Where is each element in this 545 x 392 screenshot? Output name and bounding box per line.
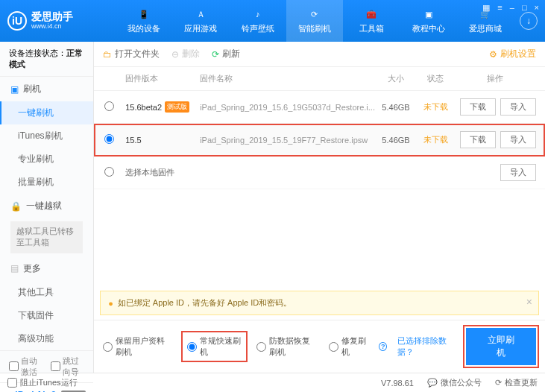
sidebar-item[interactable]: 高级功能 [0, 327, 93, 350]
nav-item-5[interactable]: ▣教程中心 [400, 0, 456, 42]
sidebar-head-jailbreak[interactable]: 🔒一键越狱 [0, 194, 93, 218]
nav-icon: 📱 [137, 7, 151, 21]
local-firmware-row[interactable]: 选择本地固件 导入 [94, 157, 545, 189]
table-header: 固件版本 固件名称 大小 状态 操作 [94, 67, 545, 91]
local-firmware-radio[interactable] [104, 167, 114, 177]
logo-icon: iU [7, 11, 27, 31]
beta-badge: 测试版 [165, 101, 189, 113]
th-status: 状态 [417, 73, 454, 84]
firmware-row[interactable]: 15.5 iPad_Spring_2019_15.5_19F77_Restore… [94, 124, 545, 157]
warning-close-icon[interactable]: × [526, 296, 532, 308]
sidebar-item[interactable]: 下载固件 [0, 304, 93, 327]
sidebar-head-flash-label: 刷机 [23, 83, 41, 95]
list-icon[interactable]: ≡ [497, 3, 502, 13]
nav-item-3[interactable]: ⟳智能刷机 [286, 0, 343, 42]
firmware-status: 未下载 [417, 101, 454, 113]
firmware-version: 15.6beta2 测试版 [125, 101, 200, 113]
nav-label: 铃声壁纸 [242, 23, 274, 34]
toolbar: 🗀打开文件夹 ⊖删除 ⟳刷新 ⚙刷机设置 [94, 42, 545, 67]
sidebar-item[interactable]: iTunes刷机 [0, 124, 93, 148]
auto-activate-checkbox[interactable]: 自动激活 [9, 355, 43, 378]
nav-label: 我的设备 [127, 23, 160, 34]
update-icon: ⟳ [495, 378, 502, 388]
lock-icon: 🔒 [10, 201, 22, 212]
sidebar-head-more-label: 更多 [23, 262, 41, 275]
maximize-icon[interactable]: □ [522, 3, 527, 13]
close-icon[interactable]: × [535, 3, 539, 13]
flash-settings-link[interactable]: ⚙刷机设置 [489, 48, 536, 60]
wechat-link[interactable]: 💬微信公众号 [427, 377, 482, 388]
top-nav: 📱我的设备Ａ应用游戏♪铃声壁纸⟳智能刷机🧰工具箱▣教程中心🛒爱思商城 [116, 0, 514, 42]
nav-item-4[interactable]: 🧰工具箱 [343, 0, 400, 42]
skip-guide-checkbox[interactable]: 跳过向导 [51, 355, 85, 378]
download-indicator-icon[interactable]: ↓ [520, 12, 538, 30]
sidebar-item[interactable]: 批量刷机 [0, 171, 93, 194]
nav-icon: 🧰 [365, 7, 378, 21]
brand-name: 爱思助手 [31, 11, 73, 22]
firmware-radio[interactable] [104, 101, 114, 111]
normal-fast-option[interactable]: 常规快速刷机 [183, 332, 246, 361]
delete-button[interactable]: ⊖删除 [171, 48, 200, 60]
open-folder-button[interactable]: 🗀打开文件夹 [103, 48, 160, 60]
firmware-name: iPad_Spring_2019_15.5_19F77_Restore.ipsw [200, 136, 375, 145]
version-label: V7.98.61 [381, 379, 414, 388]
th-size: 大小 [375, 73, 417, 84]
repair-option[interactable]: 修复刷机 [329, 335, 369, 358]
app-logo: iU 爱思助手 www.i4.cn [7, 11, 116, 31]
nav-item-2[interactable]: ♪铃声壁纸 [230, 0, 286, 42]
check-update-link[interactable]: ⟳检查更新 [495, 377, 538, 388]
import-button[interactable]: 导入 [500, 164, 536, 181]
info-icon[interactable]: ? [379, 342, 387, 351]
wechat-icon: 💬 [427, 378, 438, 388]
anti-recovery-option[interactable]: 防数据恢复刷机 [256, 335, 318, 358]
menu-icon[interactable]: ▦ [482, 3, 490, 13]
sidebar-head-more[interactable]: ▤更多 [0, 256, 93, 281]
nav-label: 应用游戏 [184, 23, 217, 34]
firmware-status: 未下载 [417, 134, 454, 145]
flash-now-button[interactable]: 立即刷机 [466, 328, 536, 365]
nav-icon: ▣ [422, 7, 435, 21]
nav-label: 智能刷机 [298, 23, 331, 34]
main-panel: 🗀打开文件夹 ⊖删除 ⟳刷新 ⚙刷机设置 固件版本 固件名称 大小 状态 操作 … [94, 42, 545, 373]
nav-item-0[interactable]: 📱我的设备 [116, 0, 172, 42]
appleid-warning: ● 如已绑定 Apple ID，请先备好 Apple ID和密码。 × [100, 291, 539, 315]
firmware-size: 5.46GB [375, 136, 417, 145]
import-button[interactable]: 导入 [500, 131, 536, 148]
firmware-version: 15.5 [125, 136, 200, 145]
minimize-icon[interactable]: – [510, 3, 514, 13]
refresh-icon: ⟳ [212, 49, 219, 60]
sidebar-item[interactable]: 一键刷机 [0, 101, 93, 124]
gear-icon: ⚙ [489, 49, 497, 60]
folder-icon: 🗀 [103, 49, 112, 60]
block-itunes-checkbox[interactable]: 阻止iTunes运行 [7, 377, 78, 388]
firmware-row[interactable]: 15.6beta2 测试版 iPad_Spring_2019_15.6_19G5… [94, 91, 545, 124]
nav-icon: ♪ [251, 7, 265, 21]
local-firmware-label: 选择本地固件 [125, 167, 454, 178]
window-controls: ▦ ≡ – □ × [482, 3, 539, 13]
nav-icon: ⟳ [308, 7, 321, 21]
connection-status: 设备连接状态：正常模式 [0, 42, 93, 77]
firmware-size: 5.46GB [375, 103, 417, 112]
nav-item-1[interactable]: Ａ应用游戏 [172, 0, 229, 42]
warning-icon: ● [108, 299, 113, 308]
firmware-radio[interactable] [104, 134, 114, 144]
delete-icon: ⊖ [171, 49, 179, 60]
keep-data-option[interactable]: 保留用户资料刷机 [103, 335, 172, 358]
download-button[interactable]: 下载 [460, 131, 496, 148]
firmware-name: iPad_Spring_2019_15.6_19G5037d_Restore.i… [200, 103, 375, 112]
warning-text: 如已绑定 Apple ID，请先备好 Apple ID和密码。 [118, 297, 292, 309]
import-button[interactable]: 导入 [500, 98, 536, 116]
download-button[interactable]: 下载 [460, 98, 496, 116]
brand-url: www.i4.cn [31, 23, 73, 31]
th-action: 操作 [454, 73, 536, 84]
refresh-button[interactable]: ⟳刷新 [212, 48, 240, 60]
more-icon: ▤ [10, 263, 19, 274]
sidebar-head-flash[interactable]: ▣刷机 [0, 77, 93, 101]
th-name: 固件名称 [200, 73, 375, 84]
sidebar-item[interactable]: 其他工具 [0, 281, 93, 304]
conn-status-label: 设备连接状态： [9, 48, 66, 57]
sidebar-item[interactable]: 专业刷机 [0, 148, 93, 171]
sidebar-head-jailbreak-label: 一键越狱 [26, 200, 62, 212]
nav-label: 教程中心 [412, 23, 445, 34]
exclude-data-link[interactable]: 已选择排除数据？ [397, 335, 456, 358]
